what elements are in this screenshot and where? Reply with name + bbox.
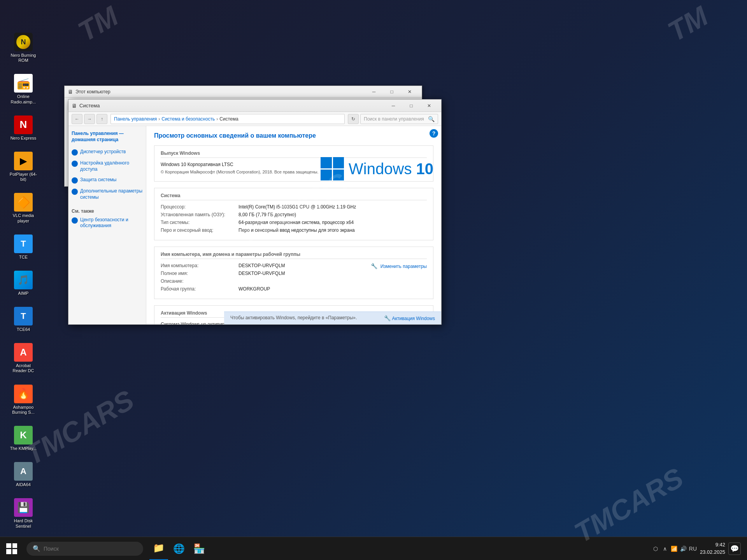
system-window: 🖥 Система ─ □ ✕ ← → ↑ Панель управления … [68, 99, 442, 325]
desktop-icon-aida64[interactable]: A AIDA64 [8, 460, 39, 489]
notification-button[interactable]: 💬 [728, 542, 741, 555]
desktop-icon-nero-burning-rom[interactable]: N Nero Burning ROM [8, 31, 39, 65]
sidebar-bullet-1 [72, 149, 78, 156]
system-back[interactable]: ← [72, 114, 82, 124]
desktop-icon-tce64[interactable]: T TCE64 [8, 305, 39, 334]
desktop-icon-label-kmplayer: The KMPlay... [10, 446, 37, 451]
desktop-icon-label-hds: Hard Disk Sentinel [9, 518, 37, 528]
computer-info-group: Имя компьютера, имя домена и параметры р… [154, 247, 433, 299]
tray-bluetooth-icon[interactable]: ⬡ [652, 545, 659, 553]
explorer-titlebar: 🖥 Этот компьютер ─ □ ✕ [65, 86, 422, 98]
breadcrumb-part-1: Панель управления [114, 116, 157, 122]
desktop-icon-label-ashampoo: Ashampoo Burning S... [9, 405, 37, 415]
full-name-row: Полное имя: DESKTOP-URVFQLM [161, 271, 427, 276]
desktop-icon-vlc[interactable]: 🔶 VLC media player [8, 191, 39, 225]
start-button[interactable] [0, 537, 23, 560]
system-search-placeholder: Поиск в панели управления [364, 116, 424, 122]
sidebar-item-device-manager[interactable]: Диспетчер устройств [72, 149, 143, 156]
sidebar-home-label: Панель управления — домашняя страница [72, 131, 143, 143]
change-params-button[interactable]: 🔧 Изменить параметры [371, 263, 427, 269]
desktop-icon-acrobat[interactable]: A Acrobat Reader DC [8, 341, 39, 375]
taskbar-right: ⬡ ∧ 📶 🔊 RU 9:42 23.02.2025 💬 [652, 541, 747, 555]
tray-volume-icon[interactable]: 🔊 [680, 545, 687, 553]
tray-chevron-icon[interactable]: ∧ [661, 545, 669, 553]
explorer-maximize[interactable]: □ [383, 86, 401, 98]
processor-value: Intel(R) Core(TM) i5-1035G1 CPU @ 1.00GH… [238, 204, 427, 210]
clock-time: 9:42 [700, 541, 725, 548]
system-maximize[interactable]: □ [402, 100, 420, 112]
tray-keyboard-icon[interactable]: RU [689, 545, 697, 553]
desktop-icon-hds[interactable]: 💾 Hard Disk Sentinel [8, 497, 39, 530]
tray-network-icon[interactable]: 📶 [670, 545, 678, 553]
description-value [238, 278, 427, 284]
desktop-icon-kmplayer[interactable]: K The KMPlay... [8, 424, 39, 453]
win-logo-q2 [333, 157, 344, 168]
taskbar-explorer-icon: 📁 [153, 542, 165, 553]
ram-value: 8,00 ГБ (7,79 ГБ доступно) [238, 212, 427, 217]
sidebar-also-label: См. также [72, 208, 143, 214]
sidebar-item-label-2: Настройка удалённого доступа [80, 160, 143, 172]
breadcrumb[interactable]: Панель управления › Система и безопаснос… [110, 114, 345, 124]
system-up[interactable]: ↑ [96, 114, 107, 124]
clock-date: 23.02.2025 [700, 549, 725, 556]
watermark-4: TMCARS [569, 462, 689, 549]
workgroup-value: WORKGROUP [238, 286, 427, 292]
system-minimize[interactable]: ─ [384, 100, 402, 112]
desktop-icon-label-tce: TCE [19, 255, 28, 260]
desktop-icon-potplayer[interactable]: ▶ PotPlayer (64-bit) [8, 150, 39, 184]
desktop-icon-ashampoo[interactable]: 🔥 Ashampoo Burning S... [8, 383, 39, 416]
system-info-label: Система [161, 193, 427, 200]
sidebar-item-system-protection[interactable]: Защита системы [72, 177, 143, 184]
main-title: Просмотр основных сведений о вашем компь… [154, 132, 433, 139]
explorer-close[interactable]: ✕ [401, 86, 419, 98]
description-row: Описание: [161, 278, 427, 284]
pen-touch-row: Перо и сенсорный ввод: Перо и сенсорный … [161, 228, 427, 233]
desktop-icon-nero-express[interactable]: N Nero Express [8, 114, 39, 142]
sidebar-item-label-3: Защита системы [80, 177, 116, 183]
change-icon: 🔧 [371, 263, 377, 269]
breadcrumb-part-3: Система [219, 116, 238, 122]
windows-logo-text: Windows 10 [349, 160, 433, 178]
activation-bar: Чтобы активировать Windows, перейдите в … [224, 312, 441, 324]
activate-windows-button[interactable]: 🔧 Активация Windows [384, 315, 435, 321]
windows-edition-group: Выпуск Windows Windows 10 [154, 145, 433, 182]
ram-label: Установленная память (ОЗУ): [161, 212, 238, 217]
workgroup-label: Рабочая группа: [161, 286, 238, 292]
win-logo-q3 [321, 170, 332, 181]
breadcrumb-sep-2: › [216, 116, 218, 122]
desktop-icon-tce[interactable]: T TCE [8, 233, 39, 261]
explorer-minimize[interactable]: ─ [365, 86, 383, 98]
system-forward[interactable]: → [84, 114, 95, 124]
system-close[interactable]: ✕ [420, 100, 438, 112]
activation-bar-text: Чтобы активировать Windows, перейдите в … [230, 315, 357, 320]
taskbar-clock[interactable]: 9:42 23.02.2025 [700, 541, 725, 555]
taskbar-app-store[interactable]: 🏪 [190, 537, 209, 560]
sidebar-bullet-4 [72, 189, 78, 195]
taskbar-store-icon: 🏪 [193, 543, 205, 554]
desktop-icon-aimp[interactable]: 🎵 AIMP [8, 269, 39, 298]
windows-logo: Windows 10 [321, 157, 433, 180]
breadcrumb-refresh[interactable]: ↻ [348, 114, 359, 124]
taskbar-app-explorer[interactable]: 📁 [149, 537, 168, 560]
taskbar-search[interactable]: 🔍 [26, 542, 143, 556]
taskbar-search-input[interactable] [44, 546, 137, 552]
desktop-icon-online-radio[interactable]: 📻 Online Radio.aimp... [8, 72, 39, 106]
sidebar-item-security-center[interactable]: Центр безопасности и обслуживания [72, 217, 143, 229]
system-toolbar: ← → ↑ Панель управления › Система и безо… [68, 112, 441, 126]
windows-logo-icon [321, 157, 344, 180]
help-button[interactable]: ? [430, 129, 438, 138]
system-main: ? Просмотр основных сведений о вашем ком… [146, 126, 441, 324]
taskbar-app-browser[interactable]: 🌐 [170, 537, 188, 560]
processor-row: Процессор: Intel(R) Core(TM) i5-1035G1 C… [161, 204, 427, 210]
taskbar-browser-icon: 🌐 [173, 543, 185, 554]
taskbar-search-icon: 🔍 [33, 545, 40, 552]
desktop-icon-label-vlc: VLC media player [9, 213, 37, 223]
taskbar: 🔍 📁 🌐 🏪 ⬡ ∧ 📶 🔊 RU 9 [0, 537, 747, 560]
system-type-value: 64-разрядная операционная система, проце… [238, 220, 427, 225]
change-params-label: Изменить параметры [381, 264, 427, 269]
sidebar-item-advanced-params[interactable]: Дополнительные параметры системы [72, 188, 143, 200]
sidebar-item-remote-access[interactable]: Настройка удалённого доступа [72, 160, 143, 172]
system-search[interactable]: Поиск в панели управления 🔍 [360, 114, 438, 124]
taskbar-apps: 📁 🌐 🏪 [149, 537, 209, 560]
sidebar-item-label-1: Диспетчер устройств [80, 149, 126, 155]
